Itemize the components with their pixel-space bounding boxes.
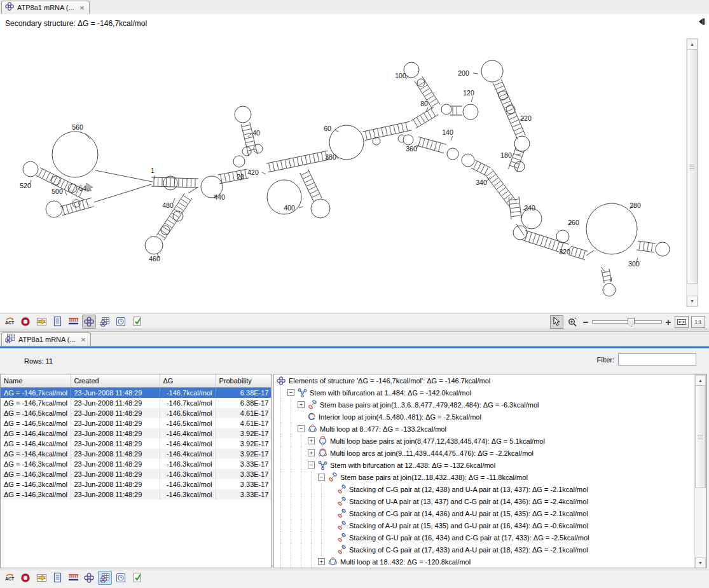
close-icon[interactable]: ✕ xyxy=(79,4,85,11)
tree-row[interactable]: +Multi loop arcs at join(9..11,439..444,… xyxy=(274,447,706,459)
zoom-in-button[interactable]: + xyxy=(664,317,672,327)
probability-cell: 3.92E-17 xyxy=(216,439,272,449)
tree-row[interactable]: Stacking of A-U pair at (15, 435) and G-… xyxy=(274,519,706,531)
zoom-slider[interactable] xyxy=(592,317,662,327)
table-row[interactable]: ΔG = -146,3kcal/mol23-Jun-2008 11:48:29-… xyxy=(1,479,272,489)
created-cell: 23-Jun-2008 11:48:29 xyxy=(71,449,160,459)
scroll-down-icon[interactable]: ▼ xyxy=(687,296,698,306)
table-row[interactable]: ΔG = -146,5kcal/mol23-Jun-2008 11:48:29-… xyxy=(1,408,272,418)
column-header-probability[interactable]: Probability xyxy=(216,374,272,388)
filter-input[interactable] xyxy=(618,353,696,366)
tree-row[interactable]: Stacking of U-A pair at (13, 437) and C-… xyxy=(274,495,706,507)
column-header-name[interactable]: Name xyxy=(1,374,71,388)
collapse-icon[interactable]: − xyxy=(298,425,305,432)
created-cell: 23-Jun-2008 11:48:29 xyxy=(71,428,160,439)
table-row[interactable]: ΔG = -146,5kcal/mol23-Jun-2008 11:48:29-… xyxy=(1,418,272,428)
probability-cell: 6.38E-17 xyxy=(216,388,272,399)
sequence-view-button[interactable]: ACT xyxy=(3,315,17,329)
tree-row[interactable]: −Stem with bifurcation at 1..484: ΔG = -… xyxy=(274,386,706,399)
tree-item-label: Multi loop arcs at join(9..11,439..444,4… xyxy=(330,449,533,457)
structure-elements-view-button[interactable] xyxy=(98,571,112,585)
position-label-560: 560 xyxy=(72,123,83,131)
table-row[interactable]: ΔG = -146,3kcal/mol23-Jun-2008 11:48:29-… xyxy=(1,469,272,479)
element-info-view-button[interactable] xyxy=(130,315,144,329)
actual-size-button[interactable]: 1:1 xyxy=(691,316,705,328)
fit-width-button[interactable] xyxy=(675,316,689,328)
table-row[interactable]: ΔG = -146,7kcal/mol23-Jun-2008 11:48:29-… xyxy=(1,398,272,408)
scrollbar-thumb[interactable] xyxy=(695,385,706,488)
tree-row[interactable]: Stacking of C-G pair at (14, 436) and A-… xyxy=(274,507,706,519)
annotation-view-button[interactable] xyxy=(66,315,80,329)
expand-icon[interactable]: + xyxy=(318,558,325,565)
table-row[interactable]: ΔG = -146,4kcal/mol23-Jun-2008 11:48:29-… xyxy=(1,449,272,459)
scroll-up-icon[interactable]: ▲ xyxy=(695,375,706,386)
zoom-slider-thumb[interactable] xyxy=(628,318,635,327)
tree-row[interactable]: +Multi loop at 18..432: ΔG = -120.8kcal/… xyxy=(274,556,706,568)
multi-loop-icon xyxy=(307,424,317,434)
text-view-button[interactable] xyxy=(50,571,64,585)
tree-row[interactable]: Stacking of C-G pair at (17, 433) and A-… xyxy=(274,544,706,556)
close-icon[interactable]: ✕ xyxy=(81,336,86,343)
collapse-icon[interactable]: − xyxy=(287,389,294,396)
table-export-view-button[interactable] xyxy=(34,571,48,585)
circular-view-button[interactable] xyxy=(18,571,32,585)
position-label-80: 80 xyxy=(420,100,428,107)
structure-elements-view-button[interactable] xyxy=(98,315,112,329)
zoom-slider-track[interactable] xyxy=(592,320,662,324)
collapse-icon[interactable]: − xyxy=(308,462,315,468)
tree-row[interactable]: −Stem base pairs at join(12..18,432..438… xyxy=(274,471,706,483)
table-row[interactable]: ΔG = -146,7kcal/mol23-Jun-2008 11:48:29-… xyxy=(1,388,272,399)
tree-row[interactable]: Interior loop at join(4..5,480..481): ΔG… xyxy=(274,411,706,423)
tree-row[interactable]: −Stem with bifurcation at 12..438: ΔG = … xyxy=(274,459,706,471)
tree-item-label: Stem with bifurcation at 1..484: ΔG = -1… xyxy=(310,389,471,397)
scroll-down-icon[interactable]: ▼ xyxy=(695,557,706,568)
history-view-button[interactable] xyxy=(114,571,128,585)
bottom-tab-bar: ATP8a1 mRNA (... ✕ xyxy=(0,332,709,346)
expand-icon[interactable]: + xyxy=(298,401,305,408)
annotation-view-button[interactable] xyxy=(66,571,80,585)
structure-vertical-scrollbar[interactable]: ▲ ▼ xyxy=(686,38,698,307)
structure-elements-panel: Rows: 11 Filter: NameCreatedΔGProbabilit… xyxy=(0,348,709,570)
position-label-120: 120 xyxy=(463,89,474,97)
text-view-button[interactable] xyxy=(50,315,64,329)
table-row[interactable]: ΔG = -146,4kcal/mol23-Jun-2008 11:48:29-… xyxy=(1,428,272,439)
tree-row[interactable]: Stacking of C-G pair at (12, 438) and U-… xyxy=(274,483,706,495)
structure-view-canvas[interactable]: 5605205005401480460204404042040038060801… xyxy=(0,14,709,313)
secondary-structure-view-button[interactable] xyxy=(82,315,96,329)
zoom-out-button[interactable]: − xyxy=(582,317,589,327)
collapse-icon[interactable]: − xyxy=(318,474,325,481)
secondary-structure-view-button[interactable] xyxy=(82,571,96,585)
position-label-340: 340 xyxy=(476,179,487,186)
zoom-tool-button[interactable] xyxy=(566,315,579,329)
tree-vertical-scrollbar[interactable]: ▲ ▼ xyxy=(694,374,706,568)
column-header-created[interactable]: Created xyxy=(71,374,160,388)
sequence-view-button[interactable]: ACT xyxy=(3,571,17,585)
column-header--g[interactable]: ΔG xyxy=(160,374,216,388)
expand-icon[interactable]: + xyxy=(308,449,315,456)
pointer-tool-button[interactable] xyxy=(550,315,563,329)
circular-view-button[interactable] xyxy=(18,315,32,329)
expand-icon[interactable]: + xyxy=(308,437,315,444)
scroll-up-icon[interactable]: ▲ xyxy=(687,39,698,50)
position-label-400: 400 xyxy=(284,204,295,212)
table-export-view-button[interactable] xyxy=(34,315,48,329)
history-view-button[interactable] xyxy=(114,315,128,329)
tree-row[interactable]: +Stem base pairs at join(1..3,6..8,477..… xyxy=(274,399,706,411)
sidebar-toggle-icon[interactable] xyxy=(696,17,706,27)
tree-row[interactable]: +Multi loop base pairs at join(8,477,12,… xyxy=(274,435,706,447)
tree-item-label: Stem base pairs at join(12..18,432..438)… xyxy=(340,474,528,481)
tab-structure-elements[interactable]: ATP8a1 mRNA (... ✕ xyxy=(1,332,91,346)
element-info-view-button[interactable] xyxy=(130,571,144,585)
sequence-view-icon: ACT xyxy=(4,316,15,327)
table-row[interactable]: ΔG = -146,3kcal/mol23-Jun-2008 11:48:29-… xyxy=(1,459,272,469)
tree-row[interactable]: −Multi loop at 8..477: ΔG = -133.2kcal/m… xyxy=(274,423,706,435)
tree-row[interactable]: Stacking of G-U pair at (16, 434) and C-… xyxy=(274,531,706,544)
dg-cell: -146.7kcal/mol xyxy=(160,398,216,408)
table-row[interactable]: ΔG = -146,4kcal/mol23-Jun-2008 11:48:29-… xyxy=(1,439,272,449)
tree-row[interactable]: Elements of structure 'ΔG = -146,7kcal/m… xyxy=(274,374,706,386)
tab-secondary-structure[interactable]: ATP8a1 mRNA (... ✕ xyxy=(1,1,90,14)
created-cell: 23-Jun-2008 11:48:29 xyxy=(71,479,160,489)
scrollbar-thumb[interactable] xyxy=(687,49,698,284)
table-row[interactable]: ΔG = -146,3kcal/mol23-Jun-2008 11:48:29-… xyxy=(1,489,272,500)
circular-view-icon xyxy=(20,573,31,583)
